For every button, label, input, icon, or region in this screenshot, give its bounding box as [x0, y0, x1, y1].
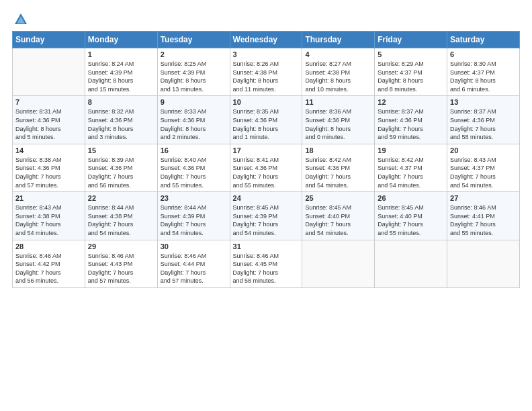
day-number: 6 [450, 50, 517, 58]
day-number: 15 [88, 146, 154, 154]
calendar-cell: 19Sunrise: 8:42 AM Sunset: 4:37 PM Dayli… [375, 144, 447, 191]
day-info: Sunrise: 8:43 AM Sunset: 4:38 PM Dayligh… [15, 203, 82, 237]
day-number: 22 [88, 194, 154, 202]
day-number: 16 [161, 146, 227, 154]
day-info: Sunrise: 8:46 AM Sunset: 4:42 PM Dayligh… [15, 252, 82, 285]
day-number: 21 [15, 194, 82, 202]
weekday-header: Thursday [302, 32, 375, 48]
calendar-cell: 25Sunrise: 8:45 AM Sunset: 4:40 PM Dayli… [302, 192, 375, 240]
day-info: Sunrise: 8:25 AM Sunset: 4:39 PM Dayligh… [161, 60, 227, 93]
day-number: 19 [378, 146, 444, 154]
day-number: 9 [161, 98, 227, 106]
day-info: Sunrise: 8:31 AM Sunset: 4:36 PM Dayligh… [15, 107, 82, 141]
day-info: Sunrise: 8:46 AM Sunset: 4:45 PM Dayligh… [233, 252, 300, 285]
day-number: 23 [161, 194, 227, 202]
calendar-cell: 11Sunrise: 8:36 AM Sunset: 4:36 PM Dayli… [302, 96, 375, 144]
day-info: Sunrise: 8:33 AM Sunset: 4:36 PM Dayligh… [161, 107, 227, 141]
calendar-cell: 9Sunrise: 8:33 AM Sunset: 4:36 PM Daylig… [157, 96, 230, 144]
calendar-cell: 10Sunrise: 8:35 AM Sunset: 4:36 PM Dayli… [230, 96, 302, 144]
calendar-cell: 2Sunrise: 8:25 AM Sunset: 4:39 PM Daylig… [157, 48, 230, 96]
day-number: 12 [378, 98, 444, 106]
day-info: Sunrise: 8:43 AM Sunset: 4:37 PM Dayligh… [450, 156, 517, 189]
calendar-cell: 7Sunrise: 8:31 AM Sunset: 4:36 PM Daylig… [13, 96, 85, 144]
day-info: Sunrise: 8:46 AM Sunset: 4:43 PM Dayligh… [88, 252, 154, 285]
day-info: Sunrise: 8:46 AM Sunset: 4:44 PM Dayligh… [161, 252, 227, 285]
calendar-cell [375, 240, 447, 287]
day-info: Sunrise: 8:41 AM Sunset: 4:36 PM Dayligh… [233, 156, 300, 189]
day-info: Sunrise: 8:35 AM Sunset: 4:36 PM Dayligh… [233, 107, 300, 141]
day-info: Sunrise: 8:29 AM Sunset: 4:37 PM Dayligh… [378, 60, 444, 93]
day-info: Sunrise: 8:44 AM Sunset: 4:38 PM Dayligh… [88, 203, 154, 237]
calendar-cell: 18Sunrise: 8:42 AM Sunset: 4:36 PM Dayli… [302, 144, 375, 191]
day-info: Sunrise: 8:45 AM Sunset: 4:40 PM Dayligh… [305, 203, 371, 237]
day-info: Sunrise: 8:42 AM Sunset: 4:36 PM Dayligh… [305, 156, 371, 189]
day-number: 5 [378, 50, 444, 58]
calendar-cell: 16Sunrise: 8:40 AM Sunset: 4:36 PM Dayli… [157, 144, 230, 191]
day-number: 14 [15, 146, 82, 154]
day-info: Sunrise: 8:39 AM Sunset: 4:36 PM Dayligh… [88, 156, 154, 189]
weekday-header: Saturday [447, 32, 520, 48]
calendar-cell: 3Sunrise: 8:26 AM Sunset: 4:38 PM Daylig… [230, 48, 302, 96]
day-number: 30 [161, 242, 227, 250]
calendar-cell: 17Sunrise: 8:41 AM Sunset: 4:36 PM Dayli… [230, 144, 302, 191]
day-number: 27 [450, 194, 517, 202]
day-number: 29 [88, 242, 154, 250]
weekday-header: Monday [85, 32, 157, 48]
page: SundayMondayTuesdayWednesdayThursdayFrid… [0, 0, 532, 411]
calendar-cell: 30Sunrise: 8:46 AM Sunset: 4:44 PM Dayli… [157, 240, 230, 287]
calendar-cell: 8Sunrise: 8:32 AM Sunset: 4:36 PM Daylig… [85, 96, 157, 144]
day-number: 18 [305, 146, 371, 154]
calendar-cell: 29Sunrise: 8:46 AM Sunset: 4:43 PM Dayli… [85, 240, 157, 287]
calendar-cell: 1Sunrise: 8:24 AM Sunset: 4:39 PM Daylig… [85, 48, 157, 96]
calendar-cell: 21Sunrise: 8:43 AM Sunset: 4:38 PM Dayli… [13, 192, 85, 240]
day-info: Sunrise: 8:36 AM Sunset: 4:36 PM Dayligh… [305, 107, 371, 141]
calendar-cell: 14Sunrise: 8:38 AM Sunset: 4:36 PM Dayli… [13, 144, 85, 191]
day-number: 7 [15, 98, 82, 106]
day-number: 26 [378, 194, 444, 202]
calendar-cell: 31Sunrise: 8:46 AM Sunset: 4:45 PM Dayli… [230, 240, 302, 287]
day-info: Sunrise: 8:26 AM Sunset: 4:38 PM Dayligh… [233, 60, 300, 93]
day-info: Sunrise: 8:45 AM Sunset: 4:39 PM Dayligh… [233, 203, 300, 237]
calendar-cell: 13Sunrise: 8:37 AM Sunset: 4:36 PM Dayli… [447, 96, 520, 144]
day-info: Sunrise: 8:27 AM Sunset: 4:38 PM Dayligh… [305, 60, 371, 93]
day-info: Sunrise: 8:24 AM Sunset: 4:39 PM Dayligh… [88, 60, 154, 93]
calendar: SundayMondayTuesdayWednesdayThursdayFrid… [12, 31, 520, 288]
day-info: Sunrise: 8:40 AM Sunset: 4:36 PM Dayligh… [161, 156, 227, 189]
day-number: 10 [233, 98, 300, 106]
calendar-cell: 23Sunrise: 8:44 AM Sunset: 4:39 PM Dayli… [157, 192, 230, 240]
weekday-header: Wednesday [230, 32, 302, 48]
day-number: 13 [450, 98, 517, 106]
day-info: Sunrise: 8:46 AM Sunset: 4:41 PM Dayligh… [450, 203, 517, 237]
calendar-cell: 22Sunrise: 8:44 AM Sunset: 4:38 PM Dayli… [85, 192, 157, 240]
day-number: 31 [233, 242, 300, 250]
day-info: Sunrise: 8:37 AM Sunset: 4:36 PM Dayligh… [378, 107, 444, 141]
day-number: 24 [233, 194, 300, 202]
logo [12, 12, 28, 24]
weekday-header: Sunday [13, 32, 85, 48]
day-number: 1 [88, 50, 154, 58]
calendar-cell: 24Sunrise: 8:45 AM Sunset: 4:39 PM Dayli… [230, 192, 302, 240]
weekday-header: Friday [375, 32, 447, 48]
day-number: 20 [450, 146, 517, 154]
day-info: Sunrise: 8:38 AM Sunset: 4:36 PM Dayligh… [15, 156, 82, 189]
day-number: 4 [305, 50, 371, 58]
day-info: Sunrise: 8:37 AM Sunset: 4:36 PM Dayligh… [450, 107, 517, 141]
day-number: 28 [15, 242, 82, 250]
calendar-cell: 15Sunrise: 8:39 AM Sunset: 4:36 PM Dayli… [85, 144, 157, 191]
calendar-cell: 27Sunrise: 8:46 AM Sunset: 4:41 PM Dayli… [447, 192, 520, 240]
calendar-cell [447, 240, 520, 287]
day-info: Sunrise: 8:42 AM Sunset: 4:37 PM Dayligh… [378, 156, 444, 189]
header [12, 12, 520, 24]
calendar-cell [302, 240, 375, 287]
calendar-cell: 12Sunrise: 8:37 AM Sunset: 4:36 PM Dayli… [375, 96, 447, 144]
calendar-cell: 26Sunrise: 8:45 AM Sunset: 4:40 PM Dayli… [375, 192, 447, 240]
calendar-cell: 4Sunrise: 8:27 AM Sunset: 4:38 PM Daylig… [302, 48, 375, 96]
calendar-cell: 6Sunrise: 8:30 AM Sunset: 4:37 PM Daylig… [447, 48, 520, 96]
day-number: 3 [233, 50, 300, 58]
day-info: Sunrise: 8:32 AM Sunset: 4:36 PM Dayligh… [88, 107, 154, 141]
logo-icon [13, 12, 28, 27]
day-number: 25 [305, 194, 371, 202]
calendar-cell: 28Sunrise: 8:46 AM Sunset: 4:42 PM Dayli… [13, 240, 85, 287]
weekday-header: Tuesday [157, 32, 230, 48]
day-number: 11 [305, 98, 371, 106]
